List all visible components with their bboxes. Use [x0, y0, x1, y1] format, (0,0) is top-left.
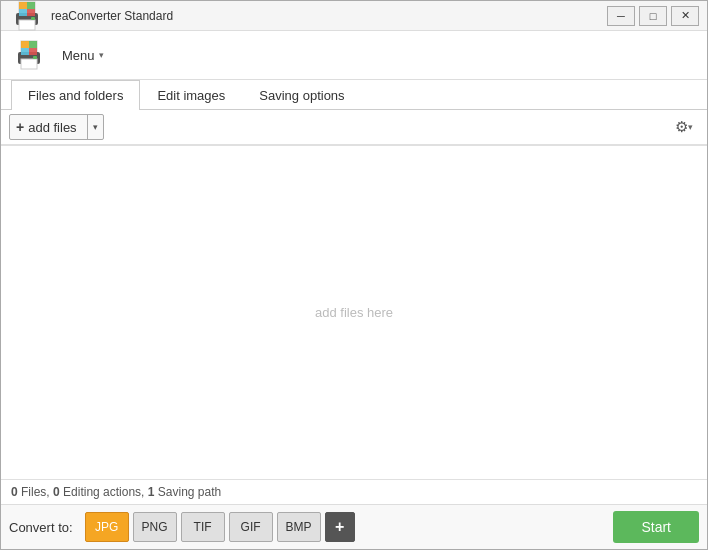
- add-files-button[interactable]: + add files ▾: [9, 114, 104, 140]
- format-png-button[interactable]: PNG: [133, 512, 177, 542]
- plus-icon: +: [16, 119, 24, 135]
- bottom-bar: Convert to: JPG PNG TIF GIF BMP + Start: [1, 504, 707, 549]
- file-area-placeholder: add files here: [315, 305, 393, 320]
- svg-rect-5: [27, 2, 35, 9]
- start-button[interactable]: Start: [613, 511, 699, 543]
- svg-rect-3: [31, 17, 35, 20]
- convert-to-label: Convert to:: [9, 520, 73, 535]
- format-bmp-button[interactable]: BMP: [277, 512, 321, 542]
- svg-rect-2: [19, 20, 35, 30]
- format-tif-button[interactable]: TIF: [181, 512, 225, 542]
- menu-label: Menu: [62, 48, 95, 63]
- add-files-dropdown-arrow[interactable]: ▾: [88, 115, 103, 139]
- file-drop-area[interactable]: add files here: [1, 146, 707, 479]
- svg-rect-10: [21, 59, 37, 69]
- title-bar: reaConverter Standard ─ □ ✕: [1, 1, 707, 31]
- svg-rect-15: [29, 48, 37, 55]
- svg-rect-4: [19, 2, 27, 9]
- svg-rect-13: [29, 41, 37, 48]
- tab-edit[interactable]: Edit images: [140, 80, 242, 110]
- format-gif-button[interactable]: GIF: [229, 512, 273, 542]
- title-bar-left: reaConverter Standard: [9, 0, 173, 34]
- format-buttons: JPG PNG TIF GIF BMP +: [85, 512, 355, 542]
- format-jpg-button[interactable]: JPG: [85, 512, 129, 542]
- toolbar: + add files ▾ ⚙ ▾: [1, 110, 707, 145]
- menu-chevron: ▾: [99, 50, 104, 60]
- tab-saving[interactable]: Saving options: [242, 80, 361, 110]
- app-title: reaConverter Standard: [51, 9, 173, 23]
- app-icon: [9, 0, 45, 34]
- add-format-button[interactable]: +: [325, 512, 355, 542]
- svg-rect-6: [19, 9, 27, 16]
- add-files-main: + add files: [10, 115, 88, 139]
- menu-printer-icon: [11, 37, 47, 73]
- gear-dropdown-icon: ▾: [688, 122, 693, 132]
- main-window: reaConverter Standard ─ □ ✕ Menu ▾ Files…: [0, 0, 708, 550]
- menu-bar: Menu ▾: [1, 31, 707, 80]
- tab-bar: Files and folders Edit images Saving opt…: [1, 80, 707, 110]
- tab-files[interactable]: Files and folders: [11, 80, 140, 110]
- add-files-label: add files: [28, 120, 76, 135]
- toolbar-left: + add files ▾: [9, 114, 104, 140]
- menu-button[interactable]: Menu ▾: [55, 43, 111, 68]
- window-controls: ─ □ ✕: [607, 6, 699, 26]
- maximize-button[interactable]: □: [639, 6, 667, 26]
- files-count: 0 Files, 0 Editing actions, 1 Saving pat…: [11, 485, 221, 499]
- svg-rect-11: [33, 56, 37, 59]
- status-bar: 0 Files, 0 Editing actions, 1 Saving pat…: [1, 479, 707, 504]
- svg-rect-12: [21, 41, 29, 48]
- minimize-button[interactable]: ─: [607, 6, 635, 26]
- close-button[interactable]: ✕: [671, 6, 699, 26]
- svg-rect-14: [21, 48, 29, 55]
- gear-icon: ⚙: [675, 118, 688, 136]
- gear-button[interactable]: ⚙ ▾: [669, 114, 699, 140]
- svg-rect-7: [27, 9, 35, 16]
